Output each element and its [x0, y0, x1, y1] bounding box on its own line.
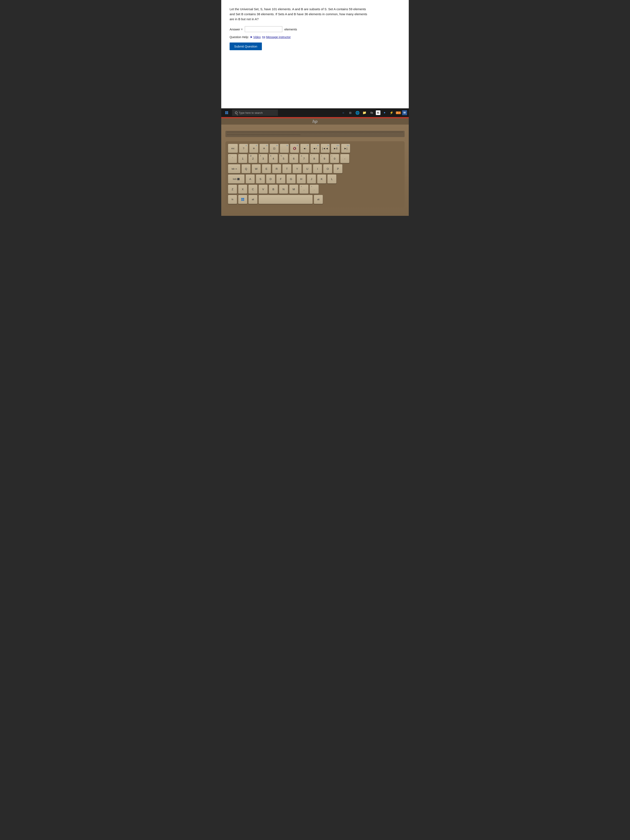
- folder-icon[interactable]: 📁: [362, 110, 368, 115]
- answer-label: Answer =: [230, 27, 243, 31]
- key-e-label: E: [265, 167, 267, 171]
- speaker-grille: [226, 131, 404, 137]
- edge-icon[interactable]: 🌐: [355, 110, 360, 115]
- keyboard-bezel: esc f1 ? f2 ✳ f3 ✳ f4 ⊡ f5: [221, 125, 409, 216]
- key-space[interactable]: [259, 195, 313, 204]
- key-alt-left-label: alt: [252, 198, 254, 201]
- taskbar-search-bar[interactable]: Type here to search: [232, 110, 278, 116]
- key-k[interactable]: K: [317, 174, 326, 183]
- key-f2-fn: f2: [256, 145, 257, 147]
- key-f8-label: ◄+: [313, 147, 317, 150]
- key-q[interactable]: Q: [242, 164, 251, 173]
- key-f3[interactable]: f3 ✳: [259, 144, 268, 153]
- key-y[interactable]: Y: [292, 164, 302, 173]
- key-h[interactable]: H: [297, 174, 306, 183]
- cortana-icon[interactable]: ○: [340, 110, 346, 115]
- key-i[interactable]: I: [313, 164, 322, 173]
- key-fn[interactable]: fn: [228, 195, 237, 204]
- key-f8[interactable]: f8 ◄+: [310, 144, 320, 153]
- browser-content: Let the Universal Set, S, have 101 eleme…: [221, 0, 409, 108]
- key-g[interactable]: G: [286, 174, 295, 183]
- task-view-icon[interactable]: ⊟: [347, 110, 353, 115]
- key-j[interactable]: J: [307, 174, 316, 183]
- store-icon[interactable]: 🛍: [369, 110, 374, 115]
- win-pane-bl2: [241, 200, 243, 201]
- message-instructor-link[interactable]: Message instructor: [262, 35, 291, 39]
- answer-input[interactable]: [245, 26, 282, 32]
- key-x[interactable]: X: [238, 185, 247, 194]
- win-pane-tl2: [241, 198, 243, 199]
- key-b[interactable]: B: [269, 185, 278, 194]
- key-tilde-label: `: [232, 157, 233, 160]
- key-tab[interactable]: tab ⇥: [228, 164, 240, 173]
- key-f6-fn: f6: [297, 145, 298, 147]
- key-alt-right[interactable]: alt: [314, 195, 323, 204]
- key-f-label: F: [280, 177, 282, 181]
- key-s[interactable]: S: [256, 174, 265, 183]
- key-windows[interactable]: [238, 195, 247, 204]
- key-o[interactable]: O: [323, 164, 332, 173]
- key-0[interactable]: ) 0: [330, 154, 339, 163]
- notification-badge[interactable]: 2 ✓: [396, 112, 401, 114]
- key-8[interactable]: * 8: [309, 154, 319, 163]
- key-0-top: ): [332, 155, 332, 157]
- key-minus[interactable]: -: [340, 154, 349, 163]
- submit-question-button[interactable]: Submit Question: [230, 43, 262, 50]
- lightning-icon[interactable]: ⚡: [389, 110, 395, 115]
- key-9[interactable]: ( 9: [320, 154, 329, 163]
- dropbox-icon[interactable]: ✦: [382, 110, 387, 115]
- key-c[interactable]: C: [248, 185, 257, 194]
- key-e[interactable]: E: [262, 164, 271, 173]
- key-z[interactable]: Z: [228, 185, 237, 194]
- key-f10[interactable]: f10 ►ll: [331, 144, 340, 153]
- key-t[interactable]: T: [282, 164, 292, 173]
- key-period[interactable]: > .: [309, 185, 319, 194]
- key-f10-fn: f10: [337, 145, 339, 147]
- key-v-label: V: [262, 188, 264, 191]
- key-capslock[interactable]: lock ⬛: [228, 174, 245, 183]
- video-link[interactable]: Video: [251, 35, 261, 39]
- key-esc[interactable]: esc: [228, 144, 238, 153]
- key-9-top: (: [321, 155, 322, 157]
- key-f3-fn: f3: [266, 145, 267, 147]
- key-alt-left[interactable]: alt: [248, 195, 257, 204]
- key-p[interactable]: P: [333, 164, 343, 173]
- key-f11[interactable]: f11 ►|: [341, 144, 350, 153]
- key-i-label: I: [317, 167, 318, 171]
- key-alt-right-label: alt: [317, 198, 320, 201]
- key-a[interactable]: A: [246, 174, 255, 183]
- key-f7[interactable]: f7 ◄-: [300, 144, 309, 153]
- key-1[interactable]: ! 1: [238, 154, 247, 163]
- key-f9[interactable]: f9 |◄◄: [321, 144, 330, 153]
- key-l[interactable]: L: [327, 174, 336, 183]
- search-icon: [235, 112, 237, 114]
- key-n[interactable]: N: [279, 185, 288, 194]
- key-f4[interactable]: f4 ⊡: [270, 144, 279, 153]
- key-6-label: 6: [293, 157, 294, 160]
- key-f5[interactable]: f5: [280, 144, 289, 153]
- word-icon[interactable]: W: [402, 110, 407, 115]
- key-v[interactable]: V: [259, 185, 268, 194]
- key-comma[interactable]: < ,: [299, 185, 308, 194]
- key-f1[interactable]: f1 ?: [239, 144, 248, 153]
- key-d[interactable]: D: [266, 174, 275, 183]
- key-6[interactable]: ^ 6: [289, 154, 298, 163]
- key-r[interactable]: R: [272, 164, 281, 173]
- key-7-label: 7: [303, 157, 305, 160]
- key-7[interactable]: & 7: [299, 154, 308, 163]
- key-4[interactable]: $ 4: [269, 154, 278, 163]
- key-m[interactable]: M: [289, 185, 298, 194]
- key-3[interactable]: # 3: [259, 154, 268, 163]
- key-f2[interactable]: f2 ✳: [249, 144, 258, 153]
- key-2[interactable]: @ 2: [248, 154, 257, 163]
- hp-logo-bar: hp: [221, 118, 409, 125]
- key-w[interactable]: W: [252, 164, 261, 173]
- key-f[interactable]: F: [276, 174, 286, 183]
- key-tilde[interactable]: ~ `: [228, 154, 237, 163]
- windows-start-button[interactable]: [223, 109, 231, 117]
- key-5[interactable]: % 5: [279, 154, 288, 163]
- grille-dots: [226, 131, 404, 137]
- key-u[interactable]: U: [303, 164, 312, 173]
- calendar-icon[interactable]: 31: [376, 111, 381, 115]
- key-f6[interactable]: f6 🔇: [290, 144, 299, 153]
